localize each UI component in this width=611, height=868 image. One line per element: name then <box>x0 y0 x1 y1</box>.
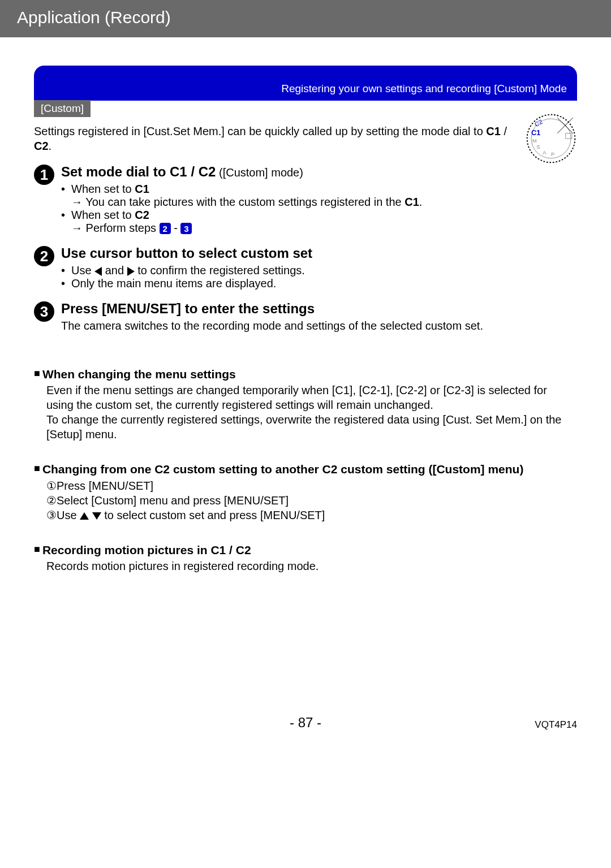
numbered-line: ②Select [Custom] menu and press [MENU/SE… <box>46 493 577 508</box>
p: To change the currently registered setti… <box>46 412 577 442</box>
svg-text:C1: C1 <box>531 128 540 137</box>
dash: - <box>174 222 180 234</box>
c2: C2 <box>322 463 338 476</box>
up-arrow-icon <box>80 512 89 520</box>
bullet: •Only the main menu items are displayed. <box>61 277 577 290</box>
p: Even if the menu settings are changed te… <box>46 383 577 412</box>
subsection-heading: ■ Changing from one C2 custom setting to… <box>34 462 577 477</box>
subsection-body: Even if the menu settings are changed te… <box>46 383 577 442</box>
intro-part: Settings registered in [Cust.Set Mem.] c… <box>34 125 486 137</box>
t: custom setting ([Custom] menu) <box>337 463 523 476</box>
square-bullet-icon: ■ <box>34 543 40 556</box>
square-bullet-icon: ■ <box>34 462 40 475</box>
slash: / <box>501 125 507 137</box>
step-2-title: Use cursor button to select custom set <box>61 245 577 262</box>
t: Use <box>71 264 94 277</box>
t: to select custom set and press [MENU/SET… <box>101 509 325 521</box>
c2: C2 <box>154 463 170 476</box>
t: to confirm the registered settings. <box>135 264 305 277</box>
c2-label: C2 <box>34 140 49 152</box>
bullet: •When set to C2 <box>61 209 577 222</box>
svg-text:C2: C2 <box>533 118 544 128</box>
section-header: Application (Record) <box>0 0 611 37</box>
bullet: • Use and to confirm the registered sett… <box>61 264 577 277</box>
step-3: 3 Press [MENU/SET] to enter the settings… <box>34 300 577 333</box>
intro-text: Settings registered in [Cust.Set Mem.] c… <box>34 124 577 153</box>
circled-2-icon: ② <box>46 494 57 507</box>
c2: C2 <box>236 543 251 556</box>
step-3-body: The camera switches to the recording mod… <box>61 318 577 333</box>
c1-label: C1 <box>486 125 501 137</box>
bullet: •When set to C1 <box>61 183 577 196</box>
c2: C2 <box>135 209 149 221</box>
step-number-badge: 3 <box>34 301 54 322</box>
t: Select [Custom] menu and press [MENU/SET… <box>57 494 289 507</box>
subsection-heading: ■ Recording motion pictures in C1 / C2 <box>34 543 577 558</box>
h: When changing the menu settings <box>42 367 236 382</box>
period: . <box>49 140 52 152</box>
t: custom setting to another <box>170 463 322 476</box>
c2: C2 <box>199 164 216 179</box>
subsection-body: ①Press [MENU/SET] ②Select [Custom] menu … <box>46 478 577 522</box>
topic-banner: Registering your own settings and record… <box>34 66 577 101</box>
step-number-badge: 2 <box>34 246 54 266</box>
step-3-title: Press [MENU/SET] to enter the settings <box>61 300 577 317</box>
circled-3-icon: ③ <box>46 509 57 521</box>
circled-1-icon: ① <box>46 480 57 492</box>
svg-text:S: S <box>536 144 540 150</box>
t: → Perform steps <box>71 222 160 234</box>
t: When set to <box>71 209 135 221</box>
page-content: Registering your own settings and record… <box>0 37 611 585</box>
step-2: 2 Use cursor button to select custom set… <box>34 245 577 290</box>
c1: C1 <box>170 164 187 179</box>
step-number-badge: 1 <box>34 165 54 185</box>
t: Only the main menu items are displayed. <box>71 277 276 290</box>
subsection-heading: ■When changing the menu settings <box>34 367 577 382</box>
numbered-line: ①Press [MENU/SET] <box>46 478 577 493</box>
square-bullet-icon: ■ <box>34 367 40 380</box>
page-number: - 87 - <box>290 715 321 730</box>
left-arrow-icon <box>94 267 102 276</box>
t: → You can take pictures with the custom … <box>71 196 405 208</box>
sl: / <box>226 543 236 556</box>
t: When set to <box>71 183 135 195</box>
c1: C1 <box>210 543 226 556</box>
t: and <box>102 264 127 277</box>
t: Recording motion pictures in <box>42 543 211 556</box>
subsection-body: Records motion pictures in registered re… <box>46 559 577 573</box>
page-footer: - 87 - VQT4P14 <box>0 715 611 748</box>
step-chip-3: 3 <box>180 223 192 234</box>
step-1-title: Set mode dial to C1 / C2 ([Custom] mode) <box>61 163 577 180</box>
sub-banner: [Custom] <box>34 100 91 117</box>
sub-line: → You can take pictures with the custom … <box>61 196 577 209</box>
numbered-line: ③Use to select custom set and press [MEN… <box>46 508 577 522</box>
paren: ([Custom] mode) <box>216 166 303 179</box>
svg-text:M: M <box>532 138 537 144</box>
sl: / <box>187 164 199 179</box>
c1: C1 <box>405 196 419 208</box>
step-1: 1 Set mode dial to C1 / C2 ([Custom] mod… <box>34 163 577 235</box>
step-chip-2: 2 <box>160 223 171 234</box>
svg-text:P: P <box>551 152 554 157</box>
c1: C1 <box>135 183 149 195</box>
t: Press [MENU/SET] <box>57 480 153 492</box>
down-arrow-icon <box>92 512 101 520</box>
t: Set mode dial to <box>61 164 170 179</box>
mode-dial-icon: C1 C2 P A S M <box>525 113 577 165</box>
document-id: VQT4P14 <box>535 719 577 731</box>
t: Changing from one <box>42 463 154 476</box>
t: Use <box>57 509 80 521</box>
p: . <box>419 196 423 208</box>
right-arrow-icon <box>127 267 135 276</box>
svg-text:A: A <box>543 150 547 156</box>
sub-line: → Perform steps 2 - 3 <box>61 222 577 235</box>
